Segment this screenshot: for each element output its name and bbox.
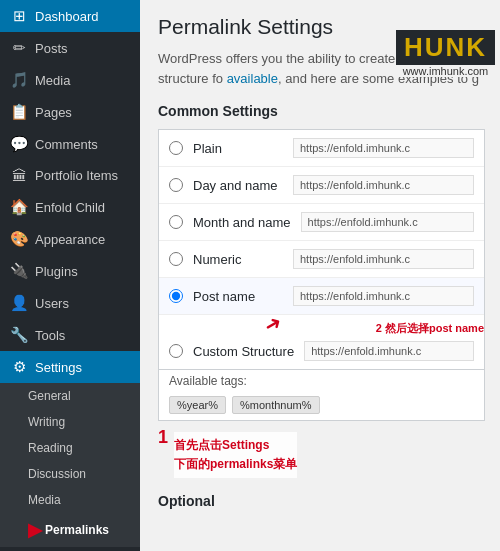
permalink-url-numeric: https://enfold.imhunk.c [293,249,474,269]
permalink-radio-day-name[interactable] [169,178,183,192]
step1-line2: 下面的permalinks菜单 [174,457,297,471]
sidebar-item-label: Portfolio Items [35,168,118,183]
submenu-media[interactable]: Media [0,487,140,513]
sidebar-item-appearance[interactable]: 🎨 Appearance [0,223,140,255]
permalink-url-month-name: https://enfold.imhunk.c [301,212,474,232]
permalink-radio-numeric[interactable] [169,252,183,266]
permalink-label-month-name: Month and name [193,215,291,230]
sidebar-item-label: Posts [35,41,68,56]
sidebar-item-portfolio[interactable]: 🏛 Portfolio Items [0,160,140,191]
step1-number: 1 [158,427,168,448]
permalink-radio-custom[interactable] [169,344,183,358]
media-icon: 🎵 [10,71,28,89]
permalink-row-month-name[interactable]: Month and name https://enfold.imhunk.c [159,204,484,241]
plugins-icon: 🔌 [10,262,28,280]
sidebar-item-enfold[interactable]: 🏠 Enfold Child [0,191,140,223]
optional-title: Optional [158,493,485,509]
permalink-row-plain[interactable]: Plain https://enfold.imhunk.c [159,130,484,167]
permalink-label-custom: Custom Structure [193,344,294,359]
comments-icon: 💬 [10,135,28,153]
permalink-radio-post-name[interactable] [169,289,183,303]
sidebar-item-label: Enfold Child [35,200,105,215]
common-settings-title: Common Settings [158,103,485,119]
permalink-row-numeric[interactable]: Numeric https://enfold.imhunk.c [159,241,484,278]
permalink-radio-plain[interactable] [169,141,183,155]
dashboard-icon: ⊞ [10,7,28,25]
permalink-row-custom[interactable]: Custom Structure https://enfold.imhunk.c [159,333,484,369]
tag-monthnum[interactable]: %monthnum% [232,396,320,414]
settings-submenu: General Writing Reading Discussion Media… [0,383,140,547]
sidebar-item-pages[interactable]: 📋 Pages [0,96,140,128]
submenu-permalinks[interactable]: ▶ Permalinks [0,513,140,547]
sidebar-item-posts[interactable]: ✏ Posts [0,32,140,64]
posts-icon: ✏ [10,39,28,57]
enfold-icon: 🏠 [10,198,28,216]
permalink-label-numeric: Numeric [193,252,283,267]
sidebar-arrow-icon: ▶ [28,519,42,541]
sidebar-item-label: Plugins [35,264,78,279]
sidebar-item-settings[interactable]: ⚙ Settings [0,351,140,383]
settings-icon: ⚙ [10,358,28,376]
available-tags-label: Available tags: [158,370,485,390]
portfolio-icon: 🏛 [10,167,28,184]
submenu-writing[interactable]: Writing [0,409,140,435]
sidebar-item-label: Comments [35,137,98,152]
sidebar-item-label: Media [35,73,70,88]
permalink-label-day-name: Day and name [193,178,283,193]
permalink-options-table: Plain https://enfold.imhunk.c Day and na… [158,129,485,370]
permalink-url-post-name: https://enfold.imhunk.c [293,286,474,306]
submenu-reading[interactable]: Reading [0,435,140,461]
appearance-icon: 🎨 [10,230,28,248]
step1-line1: 首先点击Settings [174,438,269,452]
watermark: HUNK www.imhunk.com [396,30,495,77]
available-link[interactable]: available [227,71,278,86]
sidebar: ⊞ Dashboard ✏ Posts 🎵 Media 📋 Pages 💬 Co… [0,0,140,551]
submenu-general[interactable]: General [0,383,140,409]
tools-icon: 🔧 [10,326,28,344]
step1-annotation: 首先点击Settings 下面的permalinks菜单 [174,432,297,478]
sidebar-item-tools[interactable]: 🔧 Tools [0,319,140,351]
sidebar-item-users[interactable]: 👤 Users [0,287,140,319]
pages-icon: 📋 [10,103,28,121]
step1-container: 1 首先点击Settings 下面的permalinks菜单 [158,427,485,483]
permalink-label-post-name: Post name [193,289,283,304]
permalink-url-custom: https://enfold.imhunk.c [304,341,474,361]
watermark-hunk: HUNK [396,30,495,65]
permalink-url-day-name: https://enfold.imhunk.c [293,175,474,195]
sidebar-item-label: Settings [35,360,82,375]
available-tags-row: %year% %monthnum% [158,390,485,421]
permalink-row-post-name[interactable]: Post name https://enfold.imhunk.c ➜ 2 然后… [159,278,484,315]
step2-annotation: 2 然后选择post name [376,321,484,336]
submenu-discussion[interactable]: Discussion [0,461,140,487]
sidebar-item-media[interactable]: 🎵 Media [0,64,140,96]
sidebar-item-label: Pages [35,105,72,120]
sidebar-item-label: Users [35,296,69,311]
users-icon: 👤 [10,294,28,312]
sidebar-item-plugins[interactable]: 🔌 Plugins [0,255,140,287]
permalinks-label: Permalinks [45,523,109,537]
permalink-radio-month-name[interactable] [169,215,183,229]
sidebar-item-label: Dashboard [35,9,99,24]
sidebar-item-dashboard[interactable]: ⊞ Dashboard [0,0,140,32]
sidebar-item-comments[interactable]: 💬 Comments [0,128,140,160]
permalink-label-plain: Plain [193,141,283,156]
sidebar-item-label: Appearance [35,232,105,247]
permalink-row-day-name[interactable]: Day and name https://enfold.imhunk.c [159,167,484,204]
watermark-url: www.imhunk.com [396,65,495,77]
permalink-url-plain: https://enfold.imhunk.c [293,138,474,158]
main-content: HUNK www.imhunk.com Permalink Settings W… [140,0,500,551]
sidebar-item-label: Tools [35,328,65,343]
tag-year[interactable]: %year% [169,396,226,414]
